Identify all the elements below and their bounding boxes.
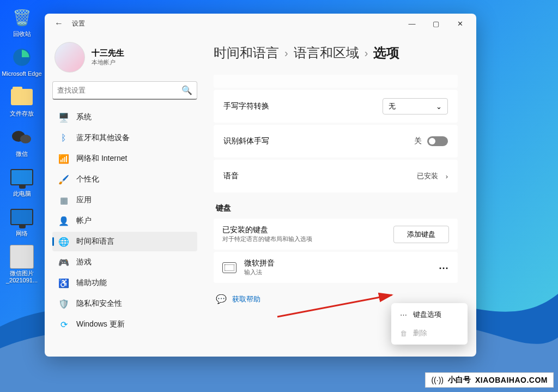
annotation-arrow	[275, 292, 405, 319]
handwriting-dropdown[interactable]: 无⌄	[383, 98, 448, 114]
nav-network[interactable]: 📶网络和 Internet	[52, 149, 197, 168]
desktop-image-file[interactable]: 微信图片_2021091...	[2, 245, 42, 284]
more-icon: ⋯	[399, 311, 408, 319]
row-handwriting: 手写字符转换 无⌄	[214, 90, 458, 123]
watermark-badge: ((·)) 小白号 XIAOBAIHAO.COM	[425, 372, 554, 388]
section-keyboard: 键盘	[216, 203, 458, 213]
help-icon: 💬	[216, 294, 227, 304]
desktop-wechat[interactable]: 微信	[10, 125, 34, 158]
crumb-lang-region[interactable]: 语言和区域	[294, 44, 359, 62]
keyboard-icon	[222, 262, 236, 273]
user-name: 十三先生	[92, 48, 124, 58]
chevron-right-icon: ›	[446, 172, 448, 180]
search-input[interactable]	[57, 86, 181, 94]
window-title: 设置	[72, 19, 85, 28]
svg-line-3	[277, 295, 392, 317]
chevron-down-icon: ⌄	[436, 102, 442, 111]
crumb-time-lang[interactable]: 时间和语言	[214, 44, 279, 62]
user-block[interactable]: 十三先生 本地帐户	[52, 39, 197, 80]
nav-gaming[interactable]: 🎮游戏	[52, 252, 197, 272]
toggle-state-label: 关	[414, 136, 422, 146]
avatar	[54, 42, 85, 73]
card-blank	[214, 75, 458, 88]
user-sub: 本地帐户	[92, 58, 124, 67]
search-icon: 🔍	[181, 85, 192, 95]
nav-accessibility[interactable]: ♿辅助功能	[52, 273, 197, 293]
maximize-button[interactable]: ▢	[424, 15, 448, 32]
menu-keyboard-options[interactable]: ⋯ 键盘选项	[393, 305, 465, 324]
search-box[interactable]: 🔍	[52, 81, 197, 100]
nav-update[interactable]: ⟳Windows 更新	[52, 315, 197, 334]
back-button[interactable]: ←	[54, 19, 63, 28]
nav-bluetooth[interactable]: ᛒ蓝牙和其他设备	[52, 128, 197, 148]
close-button[interactable]: ✕	[448, 15, 472, 32]
keyboard-ms-pinyin: 微软拼音 输入法 ⋯	[214, 252, 458, 283]
menu-delete: 🗑 删除	[393, 324, 465, 342]
nav-system[interactable]: 🖥️系统	[52, 107, 197, 127]
svg-point-2	[20, 135, 31, 143]
nav-apps[interactable]: ▦应用	[52, 190, 197, 210]
nav-privacy[interactable]: 🛡️隐私和安全性	[52, 294, 197, 313]
minimize-button[interactable]: ―	[400, 15, 424, 32]
row-italic-handwriting: 识别斜体手写 关	[214, 125, 458, 158]
desktop-recycle-bin[interactable]: 🗑️回收站	[10, 5, 34, 38]
more-button[interactable]: ⋯	[439, 262, 449, 274]
desktop-folder[interactable]: 文件存放	[10, 85, 34, 117]
breadcrumb: 时间和语言 › 语言和区域 › 选项	[214, 44, 458, 62]
sidebar: 十三先生 本地帐户 🔍 🖥️系统 ᛒ蓝牙和其他设备 📶网络和 Internet …	[45, 33, 203, 357]
italic-toggle[interactable]	[427, 136, 448, 146]
desktop-edge[interactable]: Microsoft Edge	[2, 45, 41, 77]
context-menu: ⋯ 键盘选项 🗑 删除	[391, 303, 468, 345]
add-keyboard-button[interactable]: 添加键盘	[393, 226, 449, 243]
crumb-options: 选项	[373, 44, 399, 62]
desktop-this-pc[interactable]: 此电脑	[10, 165, 34, 197]
nav-time-language[interactable]: 🌐时间和语言	[52, 232, 197, 251]
nav-accounts[interactable]: 👤帐户	[52, 211, 197, 231]
desktop-network[interactable]: 网络	[10, 205, 34, 237]
installed-keyboards: 已安装的键盘 对于特定语言的键布局和输入选项 添加键盘	[214, 219, 458, 250]
row-voice[interactable]: 语音 已安装 ›	[214, 160, 458, 192]
trash-icon: 🗑	[399, 329, 408, 337]
nav-personalize[interactable]: 🖌️个性化	[52, 170, 197, 189]
